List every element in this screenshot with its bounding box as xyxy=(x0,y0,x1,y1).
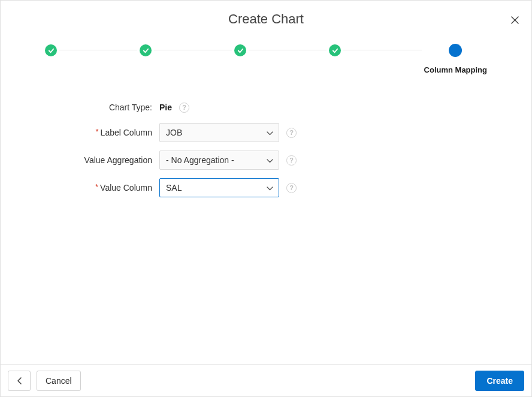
label-text: Value Column xyxy=(100,183,152,193)
label-column-select[interactable]: JOB xyxy=(159,123,279,142)
required-marker: * xyxy=(96,127,99,136)
back-button[interactable] xyxy=(8,371,31,391)
value-column-select[interactable]: SAL xyxy=(159,178,279,197)
row-label-column: *Label Column JOB ? xyxy=(1,123,531,142)
wizard-stepper: Column Mapping xyxy=(1,33,531,76)
current-step-icon xyxy=(449,44,462,57)
help-icon[interactable]: ? xyxy=(286,128,297,138)
dialog-title: Create Chart xyxy=(1,11,531,27)
create-chart-dialog: Create Chart xyxy=(0,0,532,397)
check-icon xyxy=(140,44,152,56)
value-aggregation-select[interactable]: - No Aggregation - xyxy=(159,151,279,170)
help-icon[interactable]: ? xyxy=(179,103,189,113)
select-display: - No Aggregation - xyxy=(159,151,279,170)
check-icon xyxy=(234,44,246,56)
check-icon xyxy=(329,44,341,56)
form-area: Chart Type: Pie ? *Label Column JOB ? Va… xyxy=(1,76,531,197)
create-button[interactable]: Create xyxy=(475,371,524,391)
select-display: JOB xyxy=(159,123,279,142)
dialog-footer: Cancel Create xyxy=(1,364,531,396)
required-marker: * xyxy=(95,182,98,191)
label-text: Label Column xyxy=(101,128,152,137)
step-label: Column Mapping xyxy=(424,65,487,76)
row-value-column: *Value Column SAL ? xyxy=(1,178,531,197)
step-4[interactable] xyxy=(327,44,343,76)
step-5-column-mapping[interactable]: Column Mapping xyxy=(422,44,489,76)
row-chart-type: Chart Type: Pie ? xyxy=(1,100,531,115)
value-aggregation-label: Value Aggregation xyxy=(1,155,159,165)
cancel-button[interactable]: Cancel xyxy=(37,371,81,391)
label-column-label: *Label Column xyxy=(1,128,159,137)
select-display: SAL xyxy=(159,178,279,197)
footer-left: Cancel xyxy=(8,371,81,391)
chevron-left-icon xyxy=(17,377,22,385)
step-2[interactable] xyxy=(137,44,154,76)
close-icon[interactable] xyxy=(509,14,521,26)
step-1[interactable] xyxy=(43,44,59,76)
help-icon[interactable]: ? xyxy=(286,183,297,193)
value-column-label: *Value Column xyxy=(1,183,159,193)
help-icon[interactable]: ? xyxy=(286,155,297,166)
dialog-header: Create Chart xyxy=(1,1,531,33)
check-icon xyxy=(45,44,57,56)
chart-type-label: Chart Type: xyxy=(1,103,159,112)
stepper-line xyxy=(55,50,477,50)
chart-type-value: Pie xyxy=(159,100,172,115)
step-3[interactable] xyxy=(232,44,249,76)
row-value-aggregation: Value Aggregation - No Aggregation - ? xyxy=(1,151,531,170)
